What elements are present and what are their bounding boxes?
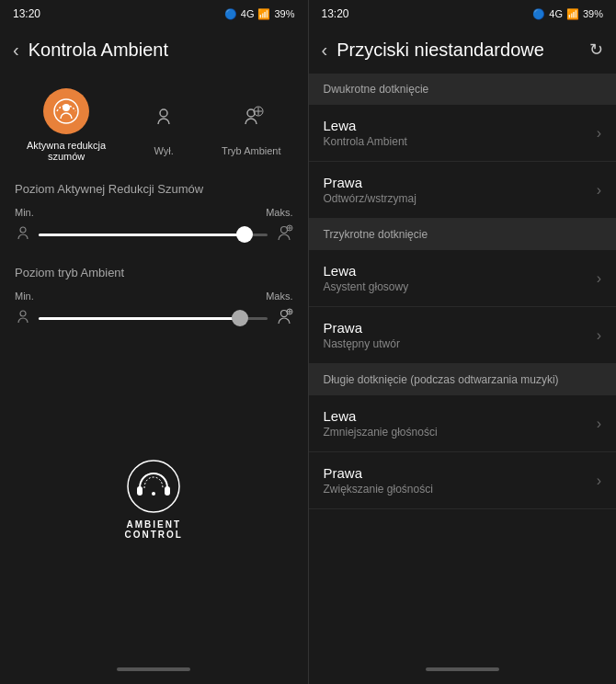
- right-bottom-bar: [309, 658, 617, 684]
- section-double-tap-header: Dwukrotne dotknięcie: [309, 74, 617, 105]
- right-refresh-icon[interactable]: ↻: [589, 40, 603, 60]
- right-wifi-icon: 📶: [566, 8, 579, 20]
- ambient-label: AMBIENT CONTROL: [125, 519, 183, 540]
- left-panel: 13:20 🔵 4G 📶 39% ‹ Kontrola Ambient Akty…: [0, 0, 308, 684]
- ambient-control-svg: [126, 459, 181, 514]
- noise-slider-label: Poziom Aktywnej Redukcji Szumów: [0, 173, 308, 201]
- right-battery-text: 39%: [583, 8, 603, 19]
- right-status-icons: 🔵 4G 📶 39%: [532, 8, 603, 20]
- right-bluetooth-icon: 🔵: [532, 8, 545, 20]
- triple-tap-left[interactable]: Lewa Asystent głosowy ›: [309, 250, 617, 307]
- chevron-icon: ›: [597, 416, 601, 432]
- right-signal-text: 4G: [549, 8, 563, 19]
- mode-active-label: Aktywna redukcjaszumów: [27, 140, 106, 162]
- chevron-icon: ›: [597, 473, 601, 489]
- mode-active-noise[interactable]: Aktywna redukcjaszumów: [27, 88, 106, 162]
- ambient-slider-row: [15, 307, 293, 329]
- mode-off-label: Wył.: [154, 145, 173, 156]
- left-status-icons: 🔵 4G 📶 39%: [224, 8, 295, 20]
- ambient-slider-section: Min. Maks.: [0, 285, 308, 340]
- left-top-bar: ‹ Kontrola Ambient: [0, 26, 308, 74]
- left-back-button[interactable]: ‹: [13, 40, 19, 61]
- ambient-low-icon: [15, 308, 31, 328]
- triple-tap-left-content: Lewa Asystent głosowy: [324, 263, 409, 293]
- noise-slider-section: Min. Maks.: [0, 201, 308, 256]
- ambient-min-label: Min.: [15, 291, 34, 302]
- ambient-slider-track[interactable]: [39, 309, 268, 327]
- ambient-control-icon: AMBIENT CONTROL: [125, 459, 183, 540]
- svg-rect-18: [137, 486, 143, 496]
- mode-off-icon-wrap: [141, 94, 187, 140]
- right-status-bar: 13:20 🔵 4G 📶 39%: [309, 0, 617, 26]
- signal-text: 4G: [241, 8, 255, 19]
- svg-point-1: [63, 104, 70, 111]
- right-time: 13:20: [322, 7, 349, 20]
- noise-high-icon: [275, 223, 293, 245]
- svg-point-17: [128, 461, 179, 512]
- left-time: 13:20: [13, 7, 40, 20]
- right-page-title: Przyciski niestandardowe: [337, 40, 544, 61]
- ambient-control-area: AMBIENT CONTROL: [0, 340, 308, 658]
- mode-ambient-icon-wrap: [228, 94, 274, 140]
- svg-rect-19: [165, 486, 170, 496]
- svg-point-8: [280, 227, 287, 234]
- mode-off[interactable]: Wył.: [141, 94, 187, 156]
- double-tap-left-content: Lewa Kontrola Ambient: [324, 118, 407, 148]
- double-tap-left[interactable]: Lewa Kontrola Ambient ›: [309, 105, 617, 162]
- left-nav-indicator: [117, 667, 190, 671]
- noise-min-label: Min.: [15, 207, 34, 218]
- noise-max-label: Maks.: [266, 207, 292, 218]
- noise-slider-row: [15, 223, 293, 245]
- battery-text: 39%: [274, 8, 294, 19]
- noise-minmax: Min. Maks.: [15, 207, 293, 218]
- wifi-icon: 📶: [257, 8, 270, 20]
- chevron-icon: ›: [597, 327, 601, 344]
- noise-cancelling-icon: [53, 98, 79, 124]
- left-bottom-bar: [0, 658, 308, 684]
- section-triple-tap-header: Trzykrotne dotknięcie: [309, 219, 617, 250]
- right-back-button[interactable]: ‹: [322, 40, 328, 61]
- chevron-icon: ›: [597, 182, 601, 199]
- svg-point-7: [20, 227, 26, 233]
- ambient-mode-icon: [238, 104, 264, 130]
- svg-point-20: [152, 492, 155, 496]
- mode-selector: Aktywna redukcjaszumów Wył.: [0, 74, 308, 173]
- noise-slider-track[interactable]: [39, 225, 268, 244]
- chevron-icon: ›: [597, 270, 601, 287]
- right-panel: 13:20 🔵 4G 📶 39% ‹ Przyciski niestandard…: [309, 0, 617, 684]
- long-press-left-content: Lewa Zmniejszanie głośności: [324, 408, 438, 439]
- chevron-icon: ›: [597, 125, 601, 142]
- right-nav-indicator: [426, 667, 499, 671]
- double-tap-right[interactable]: Prawa Odtwórz/wstrzymaj ›: [309, 162, 617, 219]
- bluetooth-icon: 🔵: [224, 8, 237, 20]
- right-top-bar: ‹ Przyciski niestandardowe ↻: [309, 26, 617, 74]
- section-long-press-header: Długie dotknięcie (podczas odtwarzania m…: [309, 364, 617, 395]
- noise-low-icon: [15, 224, 31, 245]
- right-content: Dwukrotne dotknięcie Lewa Kontrola Ambie…: [309, 74, 617, 658]
- double-tap-right-content: Prawa Odtwórz/wstrzymaj: [324, 175, 416, 205]
- long-press-right-content: Prawa Zwiększanie głośności: [324, 465, 433, 496]
- svg-point-13: [280, 311, 287, 317]
- mode-ambient-label: Tryb Ambient: [222, 145, 280, 156]
- svg-point-2: [160, 109, 167, 117]
- long-press-right[interactable]: Prawa Zwiększanie głośności ›: [309, 452, 617, 509]
- mode-active-icon-wrap: [43, 88, 89, 134]
- ambient-max-label: Maks.: [266, 291, 292, 302]
- off-icon: [151, 104, 177, 130]
- left-page-title: Kontrola Ambient: [29, 40, 168, 61]
- ambient-slider-label: Poziom tryb Ambient: [0, 256, 308, 285]
- left-status-bar: 13:20 🔵 4G 📶 39%: [0, 0, 308, 26]
- long-press-left[interactable]: Lewa Zmniejszanie głośności ›: [309, 395, 617, 452]
- ambient-high-icon: [275, 307, 293, 329]
- mode-ambient[interactable]: Tryb Ambient: [222, 94, 280, 156]
- ambient-minmax: Min. Maks.: [15, 291, 293, 302]
- triple-tap-right-content: Prawa Następny utwór: [324, 320, 400, 350]
- triple-tap-right[interactable]: Prawa Następny utwór ›: [309, 307, 617, 364]
- svg-point-12: [20, 311, 26, 316]
